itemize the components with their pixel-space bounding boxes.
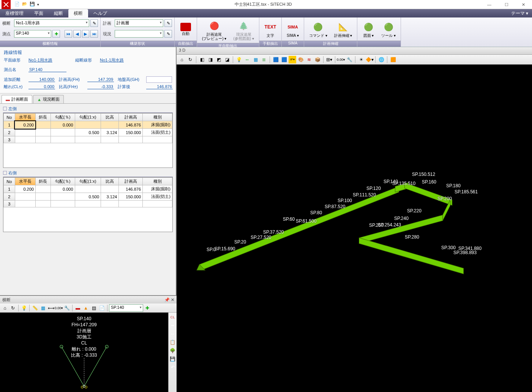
- window-title: 中士別41工区.tsx - SiTECH 3D: [46, 2, 481, 7]
- tb-grid-icon[interactable]: ▦: [252, 56, 259, 63]
- station-label: 測点: [2, 31, 13, 37]
- minimize-button[interactable]: ―: [481, 0, 498, 9]
- menu-profile[interactable]: 縦断: [49, 9, 68, 17]
- st-doc-icon[interactable]: 📋: [169, 338, 177, 346]
- gh-input[interactable]: [146, 76, 172, 83]
- edit-exist-icon[interactable]: ✎: [164, 30, 172, 38]
- next-icon[interactable]: ▶: [82, 30, 90, 38]
- tb-layers-icon[interactable]: ≣: [260, 56, 268, 63]
- tb-measure-icon[interactable]: ↔: [243, 56, 251, 63]
- plane-align-link[interactable]: No1-1用水路: [28, 57, 52, 63]
- bp-val-icon[interactable]: 0.00▾: [55, 304, 63, 312]
- add-station-icon[interactable]: ✚: [52, 30, 60, 38]
- bp-bulb-icon[interactable]: 💡: [20, 304, 28, 312]
- new-icon[interactable]: 📄: [14, 2, 21, 8]
- col-no: No: [4, 114, 15, 121]
- command-button[interactable]: 🟢 コマンド ▾: [306, 20, 330, 39]
- bp-add-icon[interactable]: ✚: [144, 304, 151, 312]
- bp-doc-icon[interactable]: ▤: [90, 304, 98, 312]
- tab-plan-section[interactable]: ▬ 計画断面: [2, 95, 32, 103]
- maximize-button[interactable]: ☐: [498, 0, 515, 9]
- plan-combo[interactable]: 計画層: [115, 19, 163, 27]
- tb-flag1-icon[interactable]: 🟦: [272, 56, 279, 63]
- tb-refresh-icon[interactable]: ↻: [186, 56, 194, 63]
- menu-help[interactable]: ヘルプ: [88, 9, 112, 17]
- tb-home-icon[interactable]: ⌂: [178, 56, 186, 63]
- menu-plan[interactable]: 平面: [29, 9, 49, 17]
- app-icon[interactable]: [2, 0, 11, 9]
- st-undo-icon[interactable]: ↶: [169, 364, 177, 371]
- tb-palette-icon[interactable]: 🎨: [297, 56, 305, 63]
- tb-cube4-icon[interactable]: ◪: [223, 56, 231, 63]
- first-icon[interactable]: ⏮: [65, 30, 72, 38]
- sima-button[interactable]: SIMA SIMA ▾: [284, 20, 302, 39]
- menu-cross[interactable]: 横断: [68, 9, 88, 17]
- vert-align-link[interactable]: No1-1用水路: [100, 57, 124, 63]
- tb-ip-icon[interactable]: IP▾: [289, 56, 296, 63]
- pin-icon[interactable]: 📌: [164, 297, 170, 302]
- bp-orange-icon[interactable]: ▲: [82, 304, 90, 312]
- cross-combo[interactable]: No1-1用水路: [14, 19, 89, 27]
- exist-track-button[interactable]: 🌲 現況追尾(参照図面) ▾: [230, 19, 256, 42]
- tb-light-icon[interactable]: ☀: [357, 56, 365, 63]
- station-combo[interactable]: SP.140: [14, 30, 52, 38]
- exist-combo[interactable]: [115, 30, 163, 38]
- tb-box-icon[interactable]: 📦: [314, 56, 321, 63]
- tb-cube1-icon[interactable]: ◧: [198, 56, 206, 63]
- bp-red-icon[interactable]: ▬: [74, 304, 82, 312]
- tb-cube2-icon[interactable]: ◨: [207, 56, 214, 63]
- st-cl-icon[interactable]: CL: [169, 313, 177, 321]
- close-button[interactable]: ✕: [515, 0, 532, 9]
- tb-window-icon[interactable]: ⊞▾: [325, 56, 333, 63]
- theme-menu[interactable]: テーマ ▾: [507, 9, 532, 17]
- tb-flag2-icon[interactable]: 🟦: [280, 56, 288, 63]
- tb-tool-icon[interactable]: 🔧: [346, 56, 353, 63]
- plan-track-button[interactable]: 🔴 計画追尾(プレビュー) ▾: [199, 19, 229, 42]
- edit-plan-icon[interactable]: ✎: [164, 19, 172, 27]
- last-icon[interactable]: ⏭: [90, 30, 98, 38]
- st-arrow-icon[interactable]: ↔: [169, 330, 177, 338]
- tb-cube3-icon[interactable]: ◩: [215, 56, 223, 63]
- table-row[interactable]: 20.5003.124150.000法面(切土): [4, 129, 172, 136]
- bp-station-combo[interactable]: SP.140: [109, 304, 143, 312]
- tb-globe-icon[interactable]: 🌐: [377, 56, 385, 63]
- auto-button[interactable]: 自動: [177, 22, 194, 37]
- bp-page-icon[interactable]: 📄: [98, 304, 106, 312]
- open-icon[interactable]: 📂: [22, 2, 28, 8]
- bp-refresh-icon[interactable]: ↻: [9, 304, 17, 312]
- panel-close-icon[interactable]: ✕: [171, 297, 174, 302]
- tb-val-icon[interactable]: 0.00▾: [337, 56, 345, 63]
- stretch-button[interactable]: 📐 計画伸縮 ▾: [332, 20, 355, 39]
- table-row[interactable]: 10.2000.000146.876床掘(掘削): [4, 185, 172, 193]
- st-line-icon[interactable]: ━: [169, 322, 177, 329]
- edit-cross-icon[interactable]: ✎: [90, 19, 98, 27]
- left-table[interactable]: No 水平長 斜長 勾配(％) 勾配(1:x) 比高 計画高 種別 10.200…: [3, 113, 172, 143]
- table-row[interactable]: 3: [4, 136, 172, 143]
- tb-wave-icon[interactable]: ≋: [305, 56, 313, 63]
- save-icon[interactable]: 💾: [30, 2, 36, 8]
- text-button[interactable]: TEXT 文字: [262, 20, 279, 39]
- bp-tool-icon[interactable]: 🔧: [63, 304, 71, 312]
- bp-measure-icon[interactable]: 📏: [31, 304, 39, 312]
- tb-export-icon[interactable]: 🟧: [389, 56, 397, 63]
- qat-dropdown-icon[interactable]: ▾: [37, 2, 43, 8]
- cross-canvas[interactable]: SP.140FH=147.209計画層3D施工CL離れ : 0.000比高 : …: [0, 313, 177, 392]
- tab-exist-section[interactable]: ▲ 現況断面: [33, 95, 64, 103]
- st-save-icon[interactable]: 💾: [169, 355, 177, 363]
- st-tree-icon[interactable]: 🌳: [169, 347, 177, 354]
- menu-coord[interactable]: 座標管理: [0, 9, 29, 17]
- canvas-3d[interactable]: SP.150.512SP.135.510SP.180SP.140SP.160SP…: [177, 65, 532, 392]
- prev-icon[interactable]: ◀: [73, 30, 81, 38]
- table-row[interactable]: 3: [4, 201, 172, 207]
- bp-home-icon[interactable]: ⌂: [1, 304, 9, 312]
- table-row[interactable]: 10.2000.000146.876床掘(掘削): [4, 121, 172, 129]
- station-label-3d: SP.200: [437, 196, 452, 201]
- bp-dim-icon[interactable]: ⟷: [47, 304, 55, 312]
- tool-button[interactable]: 🟢 ツール ▾: [379, 20, 398, 39]
- tb-color-icon[interactable]: 🔶▾: [366, 56, 373, 63]
- drawing-button[interactable]: 🟢 図面 ▾: [360, 20, 377, 39]
- bp-grid-icon[interactable]: ▦: [39, 304, 47, 312]
- right-table[interactable]: No 水平長 斜長 勾配(％) 勾配(1:x) 比高 計画高 種別 10.200…: [3, 177, 172, 207]
- table-row[interactable]: 20.5003.124150.000法面(切土): [4, 193, 172, 201]
- tb-bulb-icon[interactable]: 💡: [235, 56, 243, 63]
